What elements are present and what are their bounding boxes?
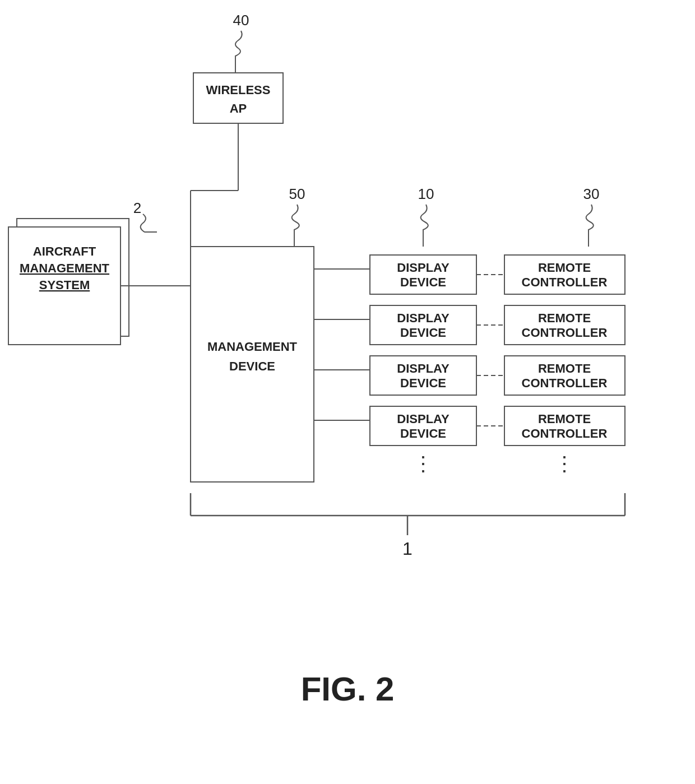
management-device-label-2: DEVICE bbox=[229, 359, 275, 373]
display-device-label-4b: DEVICE bbox=[400, 426, 446, 440]
wireless-ap-label-1: WIRELESS bbox=[206, 83, 271, 97]
remote-controller-label-1b: CONTROLLER bbox=[522, 275, 608, 289]
ams-label-3: SYSTEM bbox=[39, 278, 90, 292]
remote-controller-label-2a: REMOTE bbox=[538, 311, 591, 325]
ref-10: 10 bbox=[418, 185, 434, 202]
figure-label: FIG. 2 bbox=[301, 670, 395, 708]
ref-30: 30 bbox=[583, 185, 600, 202]
wireless-ap-box bbox=[193, 73, 283, 123]
dots-display: ⋮ bbox=[413, 452, 433, 475]
display-device-label-1a: DISPLAY bbox=[397, 261, 450, 275]
display-device-label-2b: DEVICE bbox=[400, 326, 446, 340]
remote-controller-label-3b: CONTROLLER bbox=[522, 376, 608, 390]
remote-controller-label-3a: REMOTE bbox=[538, 361, 591, 375]
ref-2: 2 bbox=[133, 200, 141, 216]
display-device-label-2a: DISPLAY bbox=[397, 311, 450, 325]
remote-controller-label-4b: CONTROLLER bbox=[522, 426, 608, 440]
diagram-container: 40 WIRELESS AP 2 AIRCRAFT MANAGEMENT SYS… bbox=[0, 0, 695, 784]
ref-50: 50 bbox=[289, 185, 305, 202]
ams-label-1: AIRCRAFT bbox=[33, 244, 96, 258]
display-device-label-1b: DEVICE bbox=[400, 275, 446, 289]
display-device-label-3b: DEVICE bbox=[400, 376, 446, 390]
display-device-label-3a: DISPLAY bbox=[397, 361, 450, 375]
dots-remote: ⋮ bbox=[554, 452, 574, 475]
management-device-label-1: MANAGEMENT bbox=[207, 340, 298, 354]
ams-label-2: MANAGEMENT bbox=[20, 261, 110, 275]
ref-40: 40 bbox=[233, 12, 249, 29]
ref-1: 1 bbox=[402, 539, 413, 559]
remote-controller-label-1a: REMOTE bbox=[538, 261, 591, 275]
remote-controller-label-2b: CONTROLLER bbox=[522, 326, 608, 340]
display-device-label-4a: DISPLAY bbox=[397, 412, 450, 426]
remote-controller-label-4a: REMOTE bbox=[538, 412, 591, 426]
wireless-ap-label-2: AP bbox=[230, 101, 247, 115]
